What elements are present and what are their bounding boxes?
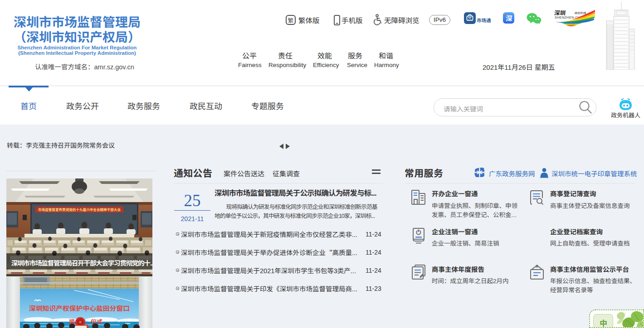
svg-text:深圳知识产权保护中心盐田分窗口: 深圳知识产权保护中心盐田分窗口 (29, 303, 130, 313)
svg-text:深: 深 (506, 13, 512, 23)
svg-text:市场监管局宣传贯彻党的十九届六中全会精神干部大会: 市场监管局宣传贯彻党的十九届六中全会精神干部大会 (38, 207, 121, 212)
svg-text:政府在线: 政府在线 (575, 11, 586, 15)
